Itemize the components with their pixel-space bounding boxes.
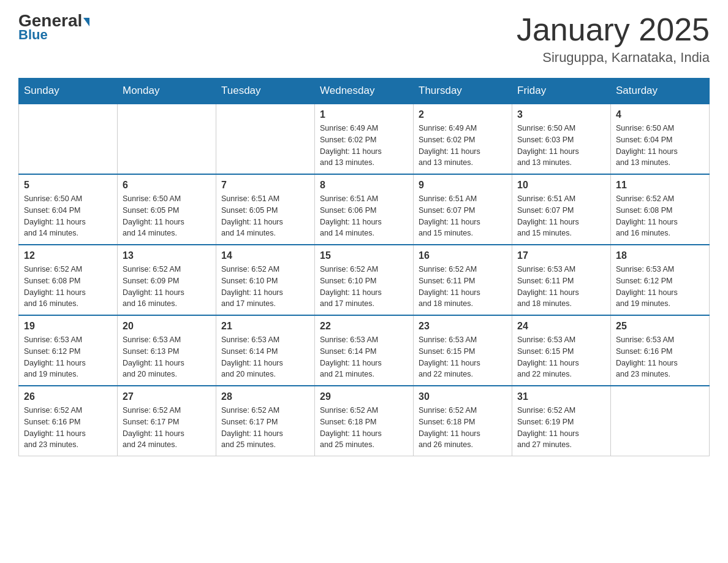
calendar-cell: 5Sunrise: 6:50 AMSunset: 6:04 PMDaylight… xyxy=(19,174,118,245)
calendar-cell: 28Sunrise: 6:52 AMSunset: 6:17 PMDayligh… xyxy=(216,386,315,456)
day-number: 4 xyxy=(616,109,704,120)
day-info: Sunrise: 6:52 AMSunset: 6:08 PMDaylight:… xyxy=(24,264,112,310)
day-number: 10 xyxy=(517,180,605,191)
calendar-cell: 31Sunrise: 6:52 AMSunset: 6:19 PMDayligh… xyxy=(512,386,611,456)
header-tuesday: Tuesday xyxy=(216,79,315,104)
calendar-header-row: SundayMondayTuesdayWednesdayThursdayFrid… xyxy=(19,79,710,104)
day-info: Sunrise: 6:52 AMSunset: 6:16 PMDaylight:… xyxy=(24,405,112,451)
header-saturday: Saturday xyxy=(611,79,710,104)
week-row-0: 1Sunrise: 6:49 AMSunset: 6:02 PMDaylight… xyxy=(19,104,710,174)
day-info: Sunrise: 6:50 AMSunset: 6:04 PMDaylight:… xyxy=(616,123,704,169)
calendar-cell: 8Sunrise: 6:51 AMSunset: 6:06 PMDaylight… xyxy=(315,174,414,245)
day-info: Sunrise: 6:51 AMSunset: 6:06 PMDaylight:… xyxy=(320,193,408,239)
page-header: General Blue January 2025 Siruguppa, Kar… xyxy=(18,12,710,66)
day-number: 28 xyxy=(221,391,309,402)
day-info: Sunrise: 6:53 AMSunset: 6:11 PMDaylight:… xyxy=(517,264,605,310)
calendar-cell: 4Sunrise: 6:50 AMSunset: 6:04 PMDaylight… xyxy=(611,104,710,174)
calendar-cell: 27Sunrise: 6:52 AMSunset: 6:17 PMDayligh… xyxy=(118,386,216,456)
header-thursday: Thursday xyxy=(414,79,512,104)
day-info: Sunrise: 6:52 AMSunset: 6:17 PMDaylight:… xyxy=(221,405,309,451)
day-info: Sunrise: 6:52 AMSunset: 6:10 PMDaylight:… xyxy=(221,264,309,310)
calendar-cell: 10Sunrise: 6:51 AMSunset: 6:07 PMDayligh… xyxy=(512,174,611,245)
day-number: 18 xyxy=(616,250,704,261)
day-number: 13 xyxy=(123,250,211,261)
day-number: 23 xyxy=(419,321,507,332)
day-info: Sunrise: 6:51 AMSunset: 6:07 PMDaylight:… xyxy=(419,193,507,239)
day-number: 3 xyxy=(517,109,605,120)
calendar-cell xyxy=(216,104,315,174)
day-number: 31 xyxy=(517,391,605,402)
calendar-cell: 19Sunrise: 6:53 AMSunset: 6:12 PMDayligh… xyxy=(19,315,118,386)
day-info: Sunrise: 6:49 AMSunset: 6:02 PMDaylight:… xyxy=(320,123,408,169)
week-row-3: 19Sunrise: 6:53 AMSunset: 6:12 PMDayligh… xyxy=(19,315,710,386)
day-number: 24 xyxy=(517,321,605,332)
calendar-cell: 26Sunrise: 6:52 AMSunset: 6:16 PMDayligh… xyxy=(19,386,118,456)
day-info: Sunrise: 6:52 AMSunset: 6:18 PMDaylight:… xyxy=(320,405,408,451)
day-number: 26 xyxy=(24,391,112,402)
day-info: Sunrise: 6:53 AMSunset: 6:14 PMDaylight:… xyxy=(320,334,408,380)
day-number: 11 xyxy=(616,180,704,191)
day-number: 27 xyxy=(123,391,211,402)
header-wednesday: Wednesday xyxy=(315,79,414,104)
calendar-table: SundayMondayTuesdayWednesdayThursdayFrid… xyxy=(18,78,710,456)
day-number: 8 xyxy=(320,180,408,191)
logo-sub: Blue xyxy=(18,27,48,43)
calendar-cell: 11Sunrise: 6:52 AMSunset: 6:08 PMDayligh… xyxy=(611,174,710,245)
calendar-cell: 6Sunrise: 6:50 AMSunset: 6:05 PMDaylight… xyxy=(118,174,216,245)
week-row-1: 5Sunrise: 6:50 AMSunset: 6:04 PMDaylight… xyxy=(19,174,710,245)
day-info: Sunrise: 6:53 AMSunset: 6:16 PMDaylight:… xyxy=(616,334,704,380)
calendar-cell: 21Sunrise: 6:53 AMSunset: 6:14 PMDayligh… xyxy=(216,315,315,386)
day-info: Sunrise: 6:53 AMSunset: 6:13 PMDaylight:… xyxy=(123,334,211,380)
day-info: Sunrise: 6:51 AMSunset: 6:07 PMDaylight:… xyxy=(517,193,605,239)
week-row-2: 12Sunrise: 6:52 AMSunset: 6:08 PMDayligh… xyxy=(19,245,710,315)
day-info: Sunrise: 6:52 AMSunset: 6:18 PMDaylight:… xyxy=(419,405,507,451)
calendar-cell: 29Sunrise: 6:52 AMSunset: 6:18 PMDayligh… xyxy=(315,386,414,456)
day-info: Sunrise: 6:50 AMSunset: 6:04 PMDaylight:… xyxy=(24,193,112,239)
day-number: 30 xyxy=(419,391,507,402)
calendar-cell: 15Sunrise: 6:52 AMSunset: 6:10 PMDayligh… xyxy=(315,245,414,315)
calendar-cell: 20Sunrise: 6:53 AMSunset: 6:13 PMDayligh… xyxy=(118,315,216,386)
calendar-cell: 7Sunrise: 6:51 AMSunset: 6:05 PMDaylight… xyxy=(216,174,315,245)
calendar-cell: 1Sunrise: 6:49 AMSunset: 6:02 PMDaylight… xyxy=(315,104,414,174)
day-info: Sunrise: 6:49 AMSunset: 6:02 PMDaylight:… xyxy=(419,123,507,169)
calendar-cell: 24Sunrise: 6:53 AMSunset: 6:15 PMDayligh… xyxy=(512,315,611,386)
day-number: 29 xyxy=(320,391,408,402)
day-info: Sunrise: 6:50 AMSunset: 6:05 PMDaylight:… xyxy=(123,193,211,239)
calendar-cell: 3Sunrise: 6:50 AMSunset: 6:03 PMDaylight… xyxy=(512,104,611,174)
calendar-cell: 30Sunrise: 6:52 AMSunset: 6:18 PMDayligh… xyxy=(414,386,512,456)
calendar-cell: 16Sunrise: 6:52 AMSunset: 6:11 PMDayligh… xyxy=(414,245,512,315)
day-info: Sunrise: 6:52 AMSunset: 6:11 PMDaylight:… xyxy=(419,264,507,310)
calendar-cell: 9Sunrise: 6:51 AMSunset: 6:07 PMDaylight… xyxy=(414,174,512,245)
day-number: 14 xyxy=(221,250,309,261)
day-number: 25 xyxy=(616,321,704,332)
day-info: Sunrise: 6:53 AMSunset: 6:15 PMDaylight:… xyxy=(419,334,507,380)
calendar-cell xyxy=(19,104,118,174)
calendar-cell: 2Sunrise: 6:49 AMSunset: 6:02 PMDaylight… xyxy=(414,104,512,174)
day-number: 12 xyxy=(24,250,112,261)
day-number: 6 xyxy=(123,180,211,191)
day-info: Sunrise: 6:53 AMSunset: 6:12 PMDaylight:… xyxy=(616,264,704,310)
day-number: 15 xyxy=(320,250,408,261)
calendar-cell: 22Sunrise: 6:53 AMSunset: 6:14 PMDayligh… xyxy=(315,315,414,386)
day-info: Sunrise: 6:52 AMSunset: 6:08 PMDaylight:… xyxy=(616,193,704,239)
day-number: 7 xyxy=(221,180,309,191)
day-info: Sunrise: 6:52 AMSunset: 6:09 PMDaylight:… xyxy=(123,264,211,310)
day-info: Sunrise: 6:52 AMSunset: 6:17 PMDaylight:… xyxy=(123,405,211,451)
day-number: 20 xyxy=(123,321,211,332)
calendar-cell xyxy=(118,104,216,174)
title-block: January 2025 Siruguppa, Karnataka, India xyxy=(517,12,710,66)
day-number: 17 xyxy=(517,250,605,261)
day-number: 19 xyxy=(24,321,112,332)
calendar-cell xyxy=(611,386,710,456)
calendar-cell: 14Sunrise: 6:52 AMSunset: 6:10 PMDayligh… xyxy=(216,245,315,315)
calendar-cell: 18Sunrise: 6:53 AMSunset: 6:12 PMDayligh… xyxy=(611,245,710,315)
header-monday: Monday xyxy=(118,79,216,104)
day-info: Sunrise: 6:52 AMSunset: 6:19 PMDaylight:… xyxy=(517,405,605,451)
calendar-cell: 23Sunrise: 6:53 AMSunset: 6:15 PMDayligh… xyxy=(414,315,512,386)
calendar-cell: 25Sunrise: 6:53 AMSunset: 6:16 PMDayligh… xyxy=(611,315,710,386)
day-info: Sunrise: 6:52 AMSunset: 6:10 PMDaylight:… xyxy=(320,264,408,310)
day-number: 2 xyxy=(419,109,507,120)
day-info: Sunrise: 6:50 AMSunset: 6:03 PMDaylight:… xyxy=(517,123,605,169)
calendar-cell: 12Sunrise: 6:52 AMSunset: 6:08 PMDayligh… xyxy=(19,245,118,315)
location-title: Siruguppa, Karnataka, India xyxy=(517,50,710,66)
